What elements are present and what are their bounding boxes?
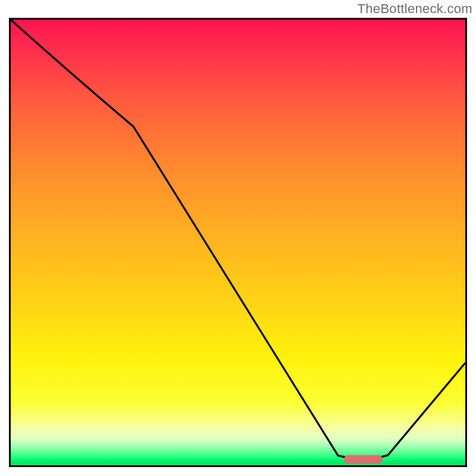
- watermark-text: TheBottleneck.com: [358, 1, 472, 17]
- plot-area: [9, 18, 467, 467]
- curve-layer: [11, 20, 465, 465]
- valley-marker: [344, 455, 383, 464]
- chart-container: TheBottleneck.com: [0, 0, 476, 476]
- series-curve: [11, 20, 465, 459]
